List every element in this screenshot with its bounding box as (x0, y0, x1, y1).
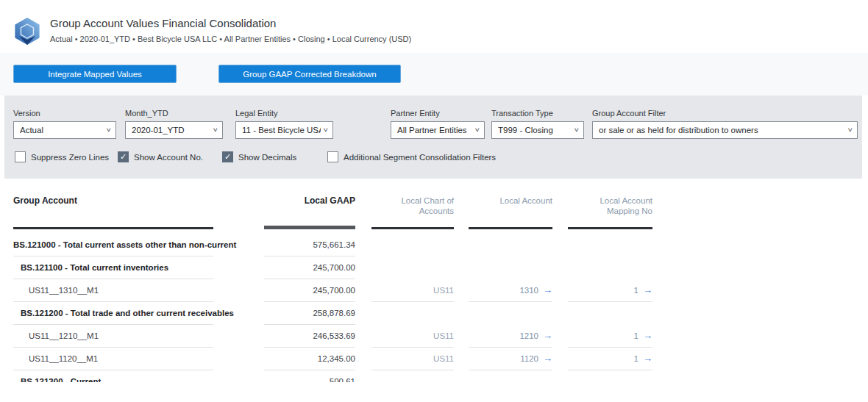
local-coa-cell (371, 370, 454, 382)
group-account-cell: BS.121100 - Total current inventories (13, 256, 213, 279)
column-local-gaap: Local GAAP 575,661.34 245,700.00 245,700… (264, 193, 355, 382)
month-ytd-label: Month_YTD (125, 109, 223, 118)
group-account-filter-select[interactable]: or sale or as held for distribution to o… (592, 121, 858, 139)
group-account-cell: US11__1310__M1 (13, 279, 213, 302)
column-header: Local Account (469, 193, 552, 229)
app-logo-icon (13, 17, 41, 45)
mapping-no-cell (568, 256, 652, 279)
checkbox-box[interactable]: ✓ (15, 151, 26, 162)
chevron-down-icon: ˅ (213, 126, 218, 134)
app-window: Group Account Values Financial Consolida… (0, 0, 868, 402)
column-local-account: Local Account 1310 → 1210 → 1120 → (469, 193, 552, 382)
group-account-filter-label: Group Account Filter (592, 109, 858, 118)
mapping-no-cell (568, 370, 652, 382)
arrow-right-icon[interactable]: → (543, 348, 552, 370)
local-account-cell (469, 234, 552, 256)
local-account-value: 1120 (520, 348, 538, 370)
chevron-down-icon: ˅ (574, 126, 579, 134)
version-select[interactable]: Actual ˅ (13, 121, 116, 139)
group-account-table: Group Account BS.121000 - Total current … (13, 193, 719, 382)
column-header: Local Account Mapping No (568, 193, 652, 229)
partner-entity-select[interactable]: All Partner Entities ˅ (391, 121, 485, 139)
partner-entity-label: Partner Entity (391, 109, 485, 118)
filter-panel: Version Actual ˅ Month_YTD 2020-01_YTD ˅… (4, 96, 862, 179)
checkbox-label: Show Account No. (134, 153, 203, 162)
page-subtitle-breadcrumb: Actual • 2020-01_YTD • Best Bicycle USA … (50, 35, 411, 43)
additional-segment-filters-checkbox[interactable]: ✓ Additional Segment Consolidation Filte… (327, 151, 496, 162)
local-gaap-cell: 258,878.69 (264, 302, 355, 325)
group-account-cell: US11__1210__M1 (13, 325, 213, 348)
arrow-right-icon[interactable]: → (643, 348, 652, 370)
arrow-right-icon[interactable]: → (543, 325, 552, 347)
legal-entity-select[interactable]: 11 - Best Bicycle USA LLC ˅ (235, 121, 333, 139)
mapping-no-cell: 1 → (568, 279, 652, 302)
integrate-mapped-values-button[interactable]: Integrate Mapped Values (13, 65, 177, 83)
group-account-cell: BS.121000 - Total current assets other t… (13, 234, 213, 256)
column-group-account: Group Account BS.121000 - Total current … (13, 193, 213, 382)
local-account-cell (469, 302, 552, 325)
column-local-chart-of-accounts: Local Chart of Accounts US11 US11 US11 (371, 193, 454, 382)
arrow-right-icon[interactable]: → (643, 325, 652, 347)
show-account-no-checkbox[interactable]: ✓ Show Account No. (118, 151, 203, 162)
mapping-no-value: 1 (634, 279, 638, 301)
transaction-type-select[interactable]: T999 - Closing ˅ (491, 121, 584, 139)
local-gaap-cell: 575,661.34 (264, 234, 355, 256)
local-gaap-cell: 12,345.00 (264, 348, 355, 370)
checkbox-label: Additional Segment Consolidation Filters (344, 153, 496, 162)
mapping-no-cell: 1 → (568, 348, 652, 370)
checkbox-box[interactable]: ✓ (222, 151, 233, 162)
local-account-cell: 1210 → (469, 325, 552, 348)
column-header: Local GAAP (264, 193, 355, 229)
group-gaap-corrected-breakdown-button[interactable]: Group GAAP Corrected Breakdown (218, 65, 401, 83)
column-local-account-mapping-no: Local Account Mapping No 1 → 1 → 1 → (568, 193, 652, 382)
checkbox-label: Suppress Zero Lines (31, 153, 109, 162)
check-icon: ✓ (120, 153, 127, 161)
legal-entity-value: 11 - Best Bicycle USA LLC (242, 126, 321, 134)
local-gaap-cell: 246,533.69 (264, 325, 355, 348)
checkbox-label: Show Decimals (238, 153, 296, 162)
transaction-type-label: Transaction Type (491, 109, 584, 118)
local-coa-cell: US11 (371, 279, 454, 302)
local-coa-cell (371, 302, 454, 325)
local-account-value: 1310 (519, 279, 538, 301)
transaction-type-value: T999 - Closing (498, 126, 572, 134)
local-coa-cell: US11 (371, 348, 454, 370)
local-coa-cell (371, 234, 454, 256)
group-account-cell: BS.121200 - Total trade and other curren… (13, 302, 213, 325)
group-account-cell: US11__1120__M1 (13, 348, 213, 370)
legal-entity-label: Legal Entity (235, 109, 333, 118)
mapping-no-cell (568, 302, 652, 325)
month-ytd-select[interactable]: 2020-01_YTD ˅ (125, 121, 223, 139)
mapping-no-value: 1 (634, 325, 638, 347)
chevron-down-icon: ˅ (475, 126, 480, 134)
partner-entity-value: All Partner Entities (397, 126, 472, 134)
column-header: Local Chart of Accounts (371, 193, 454, 229)
mapping-no-cell (568, 234, 652, 256)
local-gaap-cell: 245,700.00 (264, 256, 355, 279)
checkbox-box[interactable]: ✓ (118, 151, 129, 162)
column-header: Group Account (13, 193, 213, 229)
local-account-cell: 1120 → (469, 348, 552, 370)
local-coa-cell (371, 256, 454, 279)
page-title: Group Account Values Financial Consolida… (50, 17, 276, 29)
group-account-cell: BS.121300 - Current (13, 370, 213, 382)
local-account-cell: 1310 → (469, 279, 552, 302)
version-label: Version (13, 109, 116, 118)
local-account-cell (469, 256, 552, 279)
show-decimals-checkbox[interactable]: ✓ Show Decimals (222, 151, 296, 162)
chevron-down-icon: ˅ (848, 126, 853, 134)
suppress-zero-lines-checkbox[interactable]: ✓ Suppress Zero Lines (15, 151, 109, 162)
toolbar: Integrate Mapped Values Group GAAP Corre… (0, 53, 868, 96)
check-icon: ✓ (224, 153, 231, 161)
arrow-right-icon[interactable]: → (543, 279, 552, 301)
local-account-value: 1210 (519, 325, 538, 347)
version-value: Actual (20, 126, 104, 134)
checkbox-box[interactable]: ✓ (327, 151, 338, 162)
month-ytd-value: 2020-01_YTD (132, 126, 210, 134)
chevron-down-icon: ˅ (324, 126, 328, 134)
local-coa-cell: US11 (371, 325, 454, 348)
mapping-no-value: 1 (634, 348, 638, 370)
mapping-no-cell: 1 → (568, 325, 652, 348)
chevron-down-icon: ˅ (107, 126, 111, 134)
arrow-right-icon[interactable]: → (643, 279, 652, 301)
